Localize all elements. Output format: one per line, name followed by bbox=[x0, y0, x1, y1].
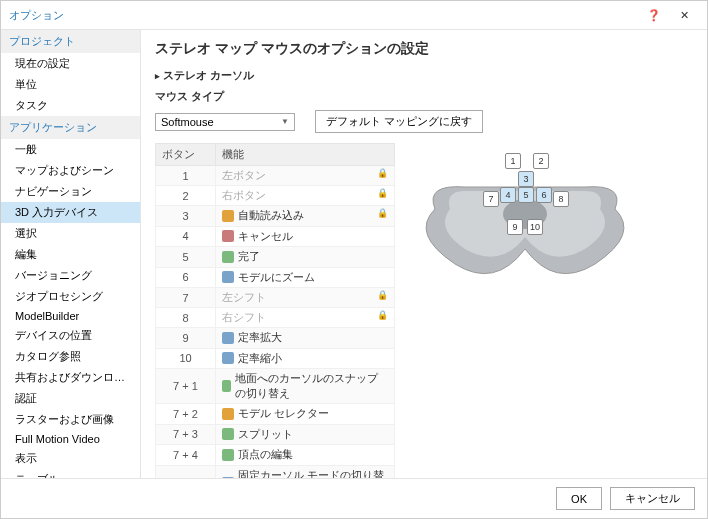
table-row[interactable]: 7左シフト🔒 bbox=[156, 288, 395, 308]
sidebar-item[interactable]: 編集 bbox=[1, 244, 140, 265]
key-10: 10 bbox=[527, 219, 543, 235]
key-3: 3 bbox=[518, 171, 534, 187]
section-mouse-type: マウス タイプ bbox=[155, 89, 693, 104]
col-function: 機能 bbox=[216, 144, 395, 166]
sidebar-item[interactable]: デバイスの位置 bbox=[1, 325, 140, 346]
lock-icon: 🔒 bbox=[377, 188, 388, 198]
table-row[interactable]: 3自動読み込み🔒 bbox=[156, 206, 395, 227]
sidebar-item[interactable]: 認証 bbox=[1, 388, 140, 409]
page-title: ステレオ マップ マウスのオプションの設定 bbox=[155, 40, 693, 58]
window-title: オプション bbox=[9, 8, 64, 23]
key-1: 1 bbox=[505, 153, 521, 169]
function-icon bbox=[222, 408, 234, 420]
table-row[interactable]: 1左ボタン🔒 bbox=[156, 166, 395, 186]
sidebar-group: プロジェクト bbox=[1, 30, 140, 53]
lock-icon: 🔒 bbox=[377, 168, 388, 178]
sidebar-item[interactable]: バージョニング bbox=[1, 265, 140, 286]
table-row[interactable]: 10定率縮小 bbox=[156, 348, 395, 369]
sidebar-item[interactable]: ナビゲーション bbox=[1, 181, 140, 202]
col-button: ボタン bbox=[156, 144, 216, 166]
table-row[interactable]: 9定率拡大 bbox=[156, 328, 395, 349]
key-8: 8 bbox=[553, 191, 569, 207]
table-row[interactable]: 7 + 3スプリット bbox=[156, 424, 395, 445]
table-row[interactable]: 8右シフト🔒 bbox=[156, 308, 395, 328]
mapping-table: ボタン 機能 1左ボタン🔒2右ボタン🔒3自動読み込み🔒4キャンセル5完了6モデル… bbox=[155, 143, 395, 478]
sidebar-item[interactable]: ラスターおよび画像 bbox=[1, 409, 140, 430]
function-icon bbox=[222, 271, 234, 283]
window-help-icon[interactable]: ❓ bbox=[639, 9, 669, 22]
key-7: 7 bbox=[483, 191, 499, 207]
window-close-icon[interactable]: ✕ bbox=[669, 9, 699, 22]
function-icon bbox=[222, 332, 234, 344]
sidebar: プロジェクト現在の設定単位タスクアプリケーション一般マップおよびシーンナビゲーシ… bbox=[1, 30, 141, 478]
mouse-type-value: Softmouse bbox=[161, 116, 214, 128]
table-row[interactable]: 2右ボタン🔒 bbox=[156, 186, 395, 206]
table-row[interactable]: 7 + 5固定カーソル モードの切り替え bbox=[156, 465, 395, 478]
function-icon bbox=[222, 449, 234, 461]
table-row[interactable]: 6モデルにズーム bbox=[156, 267, 395, 288]
sidebar-item[interactable]: 単位 bbox=[1, 74, 140, 95]
sidebar-item[interactable]: ジオプロセシング bbox=[1, 286, 140, 307]
function-icon bbox=[222, 380, 231, 392]
ok-button[interactable]: OK bbox=[556, 487, 602, 510]
lock-icon: 🔒 bbox=[377, 290, 388, 300]
table-row[interactable]: 5完了 bbox=[156, 247, 395, 268]
sidebar-item[interactable]: ModelBuilder bbox=[1, 307, 140, 325]
sidebar-group: アプリケーション bbox=[1, 116, 140, 139]
mouse-type-select[interactable]: Softmouse ▼ bbox=[155, 113, 295, 131]
cancel-button[interactable]: キャンセル bbox=[610, 487, 695, 510]
function-icon bbox=[222, 428, 234, 440]
key-9: 9 bbox=[507, 219, 523, 235]
sidebar-item[interactable]: 一般 bbox=[1, 139, 140, 160]
reset-defaults-button[interactable]: デフォルト マッピングに戻す bbox=[315, 110, 483, 133]
sidebar-item[interactable]: 現在の設定 bbox=[1, 53, 140, 74]
sidebar-item[interactable]: カタログ参照 bbox=[1, 346, 140, 367]
key-4: 4 bbox=[500, 187, 516, 203]
table-row[interactable]: 7 + 4頂点の編集 bbox=[156, 445, 395, 466]
sidebar-item[interactable]: タスク bbox=[1, 95, 140, 116]
controller-diagram: 1 2 3 4 5 6 7 8 9 10 bbox=[405, 151, 645, 311]
key-2: 2 bbox=[533, 153, 549, 169]
sidebar-item[interactable]: 表示 bbox=[1, 448, 140, 469]
function-icon bbox=[222, 352, 234, 364]
section-stereo-cursor[interactable]: ステレオ カーソル bbox=[155, 68, 693, 83]
lock-icon: 🔒 bbox=[377, 310, 388, 320]
lock-icon: 🔒 bbox=[377, 208, 388, 218]
sidebar-item[interactable]: マップおよびシーン bbox=[1, 160, 140, 181]
table-row[interactable]: 4キャンセル bbox=[156, 226, 395, 247]
key-6: 6 bbox=[536, 187, 552, 203]
sidebar-item[interactable]: テーブル bbox=[1, 469, 140, 478]
table-row[interactable]: 7 + 1地面へのカーソルのスナップの切り替え bbox=[156, 369, 395, 404]
function-icon bbox=[222, 210, 234, 222]
sidebar-item[interactable]: 選択 bbox=[1, 223, 140, 244]
function-icon bbox=[222, 230, 234, 242]
sidebar-item[interactable]: Full Motion Video bbox=[1, 430, 140, 448]
sidebar-item[interactable]: 3D 入力デバイス bbox=[1, 202, 140, 223]
chevron-down-icon: ▼ bbox=[281, 117, 289, 126]
table-row[interactable]: 7 + 2モデル セレクター bbox=[156, 404, 395, 425]
function-icon bbox=[222, 251, 234, 263]
sidebar-item[interactable]: 共有およびダウンロード bbox=[1, 367, 140, 388]
key-5: 5 bbox=[518, 187, 534, 203]
